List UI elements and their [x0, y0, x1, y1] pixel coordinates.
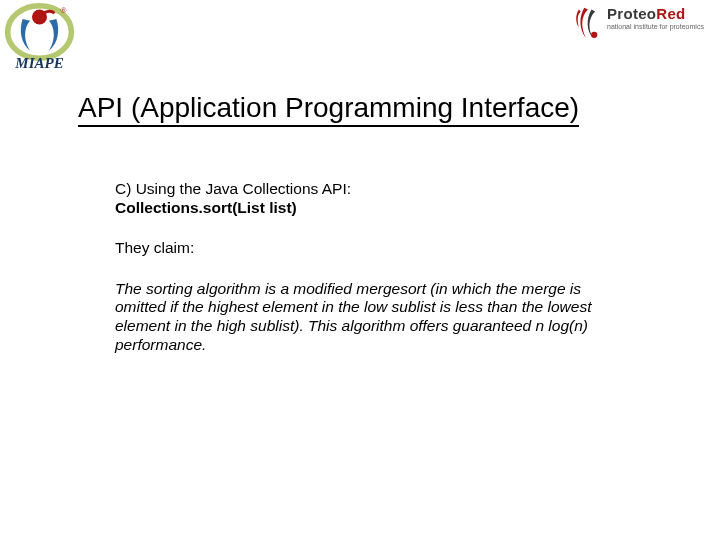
slide: ® MIAPE ProteoRed national institute for…	[0, 0, 720, 540]
brand-part2: Red	[656, 5, 685, 22]
claim-body: The sorting algorithm is a modified merg…	[115, 280, 625, 354]
proteored-logo: ProteoRed national institute for proteom…	[573, 6, 708, 48]
miape-logo-icon: ® MIAPE	[2, 2, 77, 77]
miape-logo: ® MIAPE	[2, 2, 77, 77]
code-line: Collections.sort(List list)	[115, 199, 625, 218]
slide-title: API (Application Programming Interface)	[78, 92, 579, 127]
svg-text:®: ®	[60, 5, 67, 15]
slide-body: C) Using the Java Collections API: Colle…	[115, 180, 625, 376]
section-c-header: C) Using the Java Collections API: Colle…	[115, 180, 625, 217]
proteored-logo-icon	[573, 6, 601, 42]
brand-part1: Proteo	[607, 5, 656, 22]
proteored-text-block: ProteoRed national institute for proteom…	[607, 6, 704, 30]
svg-point-3	[591, 32, 597, 38]
miape-logo-text: MIAPE	[14, 55, 63, 71]
claim-intro: They claim:	[115, 239, 625, 258]
proteored-brand: ProteoRed	[607, 6, 704, 21]
proteored-subtitle: national institute for proteomics	[607, 23, 704, 30]
lead-line: C) Using the Java Collections API:	[115, 180, 625, 199]
